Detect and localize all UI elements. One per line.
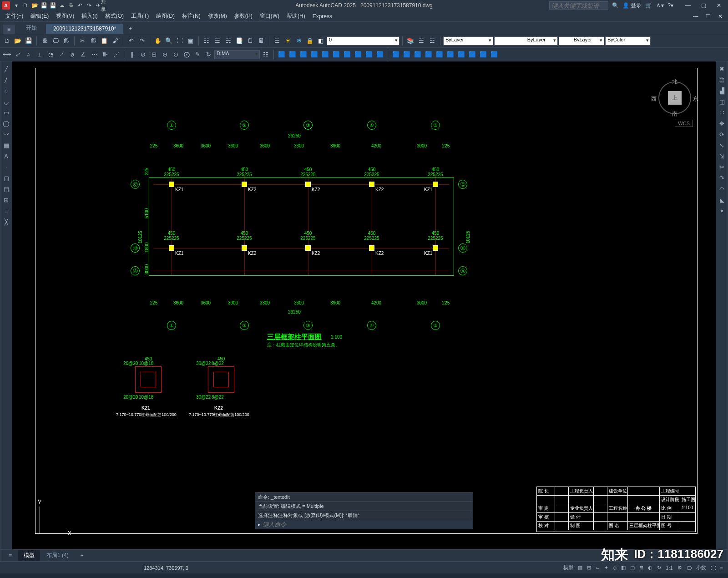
dim-dia-icon[interactable]: ⌀: [67, 50, 77, 60]
custom-icon[interactable]: ≡: [718, 564, 725, 572]
layout-tab-add[interactable]: +: [75, 551, 89, 560]
m13-icon[interactable]: 🟦: [413, 50, 423, 60]
extend-icon[interactable]: ↷: [718, 173, 727, 183]
mline-tool-icon[interactable]: ≡: [2, 206, 11, 215]
layer-freeze-icon[interactable]: ❄: [294, 36, 304, 46]
grid-toggle[interactable]: ▦: [576, 564, 585, 572]
layer-icon[interactable]: ☱: [272, 36, 282, 46]
zoomw-icon[interactable]: ▣: [186, 36, 196, 46]
menu-modify[interactable]: 修改(M): [204, 12, 231, 20]
dc-icon[interactable]: ☰: [212, 36, 222, 46]
app-drop-icon[interactable]: Ａ▾: [656, 2, 664, 10]
prop-icon[interactable]: ☷: [202, 36, 212, 46]
search-input[interactable]: [549, 1, 608, 10]
transparency-toggle[interactable]: ◐: [646, 564, 655, 572]
minimize-button[interactable]: —: [681, 0, 695, 10]
viewcube-s[interactable]: 南: [672, 110, 677, 118]
table-tool-icon[interactable]: ▤: [2, 184, 11, 193]
dim-base-icon[interactable]: ⊪: [100, 50, 110, 60]
menu-tools[interactable]: 工具(T): [127, 12, 152, 20]
fillet-icon[interactable]: ◠: [718, 184, 727, 193]
polar-toggle[interactable]: ✦: [602, 564, 611, 572]
osnap-toggle[interactable]: ◇: [611, 564, 619, 572]
qat-cloud-icon[interactable]: ☁: [58, 2, 66, 9]
edit-icon[interactable]: ✎: [192, 50, 202, 60]
mirror-icon[interactable]: ▟: [718, 86, 727, 95]
viewcube-e[interactable]: 东: [693, 95, 698, 103]
qat-new-icon[interactable]: 🗋: [22, 2, 29, 9]
m9-icon[interactable]: 🟦: [364, 50, 374, 60]
m3-icon[interactable]: 🟦: [298, 50, 308, 60]
dim-space-icon[interactable]: ∥: [127, 50, 137, 60]
xline-tool-icon[interactable]: ╳: [2, 217, 11, 226]
dyn-toggle[interactable]: ▢: [628, 564, 637, 572]
menu-insert[interactable]: 插入(I): [78, 12, 101, 20]
m15-icon[interactable]: 🟦: [435, 50, 445, 60]
center-icon[interactable]: ⊕: [160, 50, 170, 60]
region-tool-icon[interactable]: ▢: [2, 173, 11, 183]
qat-new-icon[interactable]: ▾: [13, 2, 20, 9]
dec-mode[interactable]: 小数: [694, 563, 708, 572]
m5-icon[interactable]: 🟦: [320, 50, 330, 60]
redo-icon[interactable]: ↷: [137, 36, 147, 46]
qat-save-icon[interactable]: 💾: [40, 2, 47, 9]
hatch-tool-icon[interactable]: ▦: [2, 141, 11, 150]
qat-plot-icon[interactable]: 🖶: [67, 2, 75, 9]
circle-tool-icon[interactable]: ○: [2, 86, 11, 95]
menu-view[interactable]: 视图(V): [52, 12, 78, 20]
layer-state-icon[interactable]: 📚: [405, 36, 415, 46]
m7-icon[interactable]: 🟦: [342, 50, 352, 60]
maximize-button[interactable]: ▢: [696, 0, 711, 10]
m16-icon[interactable]: 🟦: [445, 50, 455, 60]
text-tool-icon[interactable]: A: [2, 152, 11, 161]
chamfer-icon[interactable]: ◣: [718, 195, 727, 204]
command-line[interactable]: 命令: _textedit 当前设置: 编辑模式 = Multiple 选择注释…: [255, 492, 473, 529]
m6-icon[interactable]: 🟦: [331, 50, 341, 60]
lw-combo[interactable]: ByLayer: [559, 36, 604, 46]
layer-combo[interactable]: 0: [327, 36, 399, 46]
insp-icon[interactable]: ⊙: [171, 50, 181, 60]
viewcube-w[interactable]: 西: [651, 95, 657, 103]
m18-icon[interactable]: 🟦: [467, 50, 477, 60]
layer-on-icon[interactable]: ☀: [283, 36, 293, 46]
close-button[interactable]: ✕: [712, 0, 726, 10]
open-icon[interactable]: 📂: [13, 36, 23, 46]
wcs-label[interactable]: WCS: [675, 120, 693, 127]
arc-tool-icon[interactable]: ◡: [2, 97, 11, 106]
stretch-icon[interactable]: ⇲: [718, 152, 727, 161]
dim-rad-icon[interactable]: ◔: [46, 50, 56, 60]
m1-icon[interactable]: 🟦: [277, 50, 287, 60]
cycle-toggle[interactable]: ↻: [655, 564, 663, 572]
m4-icon[interactable]: 🟦: [309, 50, 319, 60]
m14-icon[interactable]: 🟦: [424, 50, 434, 60]
new-icon[interactable]: 🗋: [2, 36, 12, 46]
explode-icon[interactable]: ✦: [718, 206, 727, 215]
match-icon[interactable]: 🖌: [110, 36, 120, 46]
array-icon[interactable]: ∷: [718, 108, 727, 117]
save-icon[interactable]: 💾: [24, 36, 34, 46]
qat-open-icon[interactable]: 📂: [31, 2, 38, 9]
dim-ang-icon[interactable]: ∠: [78, 50, 88, 60]
qat-redo-icon[interactable]: ↷: [86, 2, 93, 9]
lw-toggle[interactable]: ≣: [637, 564, 646, 572]
dim-cont-icon[interactable]: ⋰: [111, 50, 121, 60]
pan-icon[interactable]: ✋: [153, 36, 163, 46]
zoom-icon[interactable]: 🔍: [164, 36, 174, 46]
tol-icon[interactable]: ⊞: [149, 50, 159, 60]
copy2-icon[interactable]: ⿻: [718, 75, 727, 84]
ortho-toggle[interactable]: ⌙: [593, 564, 602, 572]
tab-start[interactable]: 开始: [19, 22, 44, 34]
move-icon[interactable]: ✥: [718, 119, 727, 128]
menu-parametric[interactable]: 参数(P): [231, 12, 256, 20]
app-icon[interactable]: A: [2, 1, 10, 10]
m11-icon[interactable]: 🟦: [391, 50, 401, 60]
dimstyle-combo[interactable]: DIMA: [214, 50, 260, 59]
trim-icon[interactable]: ✂: [718, 162, 727, 172]
point-tool-icon[interactable]: ·: [2, 162, 11, 172]
viewcube[interactable]: 上 北 东 南 西: [657, 80, 693, 116]
spline-tool-icon[interactable]: 〰: [2, 130, 11, 139]
preview-icon[interactable]: 🖵: [51, 36, 61, 46]
ucs-icon[interactable]: X Y: [40, 497, 76, 534]
qat-undo-icon[interactable]: ↶: [76, 2, 84, 9]
dim-jog-icon[interactable]: ⟋: [56, 50, 66, 60]
